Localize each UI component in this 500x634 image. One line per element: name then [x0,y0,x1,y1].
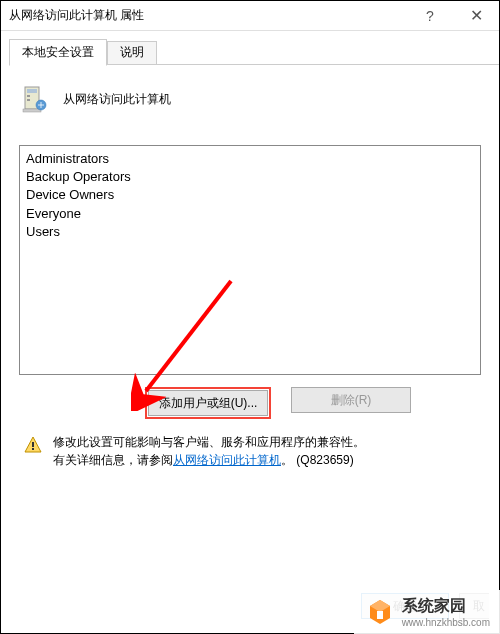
list-item[interactable]: Device Owners [26,186,474,204]
warning-text: 修改此设置可能影响与客户端、服务和应用程序的兼容性。 有关详细信息，请参阅从网络… [53,433,365,469]
svg-rect-1 [27,89,37,93]
window-title: 从网络访问此计算机 属性 [9,7,407,24]
tab-strip: 本地安全设置 说明 [1,31,499,65]
svg-rect-6 [32,442,34,447]
help-link[interactable]: 从网络访问此计算机 [173,453,281,467]
svg-rect-7 [32,448,34,450]
list-item[interactable]: Users [26,223,474,241]
watermark-logo-icon [364,596,396,628]
watermark-brand: 系统家园 [402,597,466,614]
policy-name: 从网络访问此计算机 [63,91,171,108]
warning-icon [23,435,43,458]
titlebar: 从网络访问此计算机 属性 ? ✕ [1,1,499,31]
svg-rect-2 [27,95,30,97]
highlight-annotation: 添加用户或组(U)... [145,387,271,419]
policy-icon [19,83,51,115]
properties-dialog: 从网络访问此计算机 属性 ? ✕ 本地安全设置 说明 从网络访问此计算机 [0,0,500,634]
tab-local-security[interactable]: 本地安全设置 [9,39,107,66]
tab-description[interactable]: 说明 [107,41,157,65]
watermark-url: www.hnzkhbsb.com [402,617,490,628]
tab-content: 从网络访问此计算机 Administrators Backup Operator… [1,65,499,481]
list-buttons: 添加用户或组(U)... 删除(R) [19,387,481,419]
help-button[interactable]: ? [407,1,453,31]
list-item[interactable]: Administrators [26,150,474,168]
watermark: 系统家园 www.hnzkhbsb.com [354,590,500,634]
compatibility-warning: 修改此设置可能影响与客户端、服务和应用程序的兼容性。 有关详细信息，请参阅从网络… [19,433,481,469]
svg-rect-3 [27,99,30,101]
remove-button: 删除(R) [291,387,411,413]
users-groups-listbox[interactable]: Administrators Backup Operators Device O… [19,145,481,375]
list-item[interactable]: Everyone [26,205,474,223]
add-user-group-button[interactable]: 添加用户或组(U)... [148,390,268,416]
policy-header: 从网络访问此计算机 [19,83,481,115]
svg-rect-9 [377,611,383,619]
close-button[interactable]: ✕ [453,1,499,31]
list-item[interactable]: Backup Operators [26,168,474,186]
